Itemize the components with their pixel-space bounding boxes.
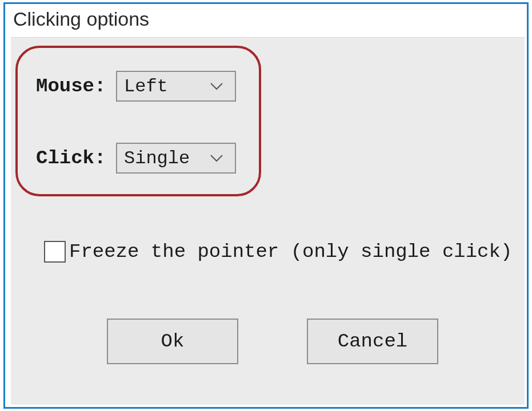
click-label: Click: <box>36 147 116 169</box>
chevron-down-icon <box>210 154 223 162</box>
dialog-window: Clicking options Mouse: Left Click: Sing… <box>3 2 529 409</box>
mouse-combobox[interactable]: Left <box>116 71 236 102</box>
freeze-pointer-row: Freeze the pointer (only single click) <box>44 241 512 263</box>
mouse-field-row: Mouse: Left <box>36 71 236 102</box>
cancel-button-label: Cancel <box>338 331 407 352</box>
ok-button-label: Ok <box>161 331 185 352</box>
chevron-down-icon <box>210 82 223 90</box>
button-row: Ok Cancel <box>107 319 438 364</box>
freeze-pointer-label: Freeze the pointer (only single click) <box>69 241 512 263</box>
ok-button[interactable]: Ok <box>107 319 238 364</box>
click-combobox-value: Single <box>124 148 190 169</box>
mouse-combobox-value: Left <box>124 76 168 97</box>
window-title: Clicking options <box>13 8 149 30</box>
annotation-highlight <box>15 46 261 196</box>
mouse-label: Mouse: <box>36 75 116 97</box>
click-field-row: Click: Single <box>36 143 236 174</box>
click-combobox[interactable]: Single <box>116 143 236 174</box>
cancel-button[interactable]: Cancel <box>307 319 438 364</box>
freeze-pointer-checkbox[interactable] <box>44 241 66 263</box>
title-bar: Clicking options <box>5 4 527 35</box>
client-area: Mouse: Left Click: Single Freeze the poi… <box>11 37 525 405</box>
